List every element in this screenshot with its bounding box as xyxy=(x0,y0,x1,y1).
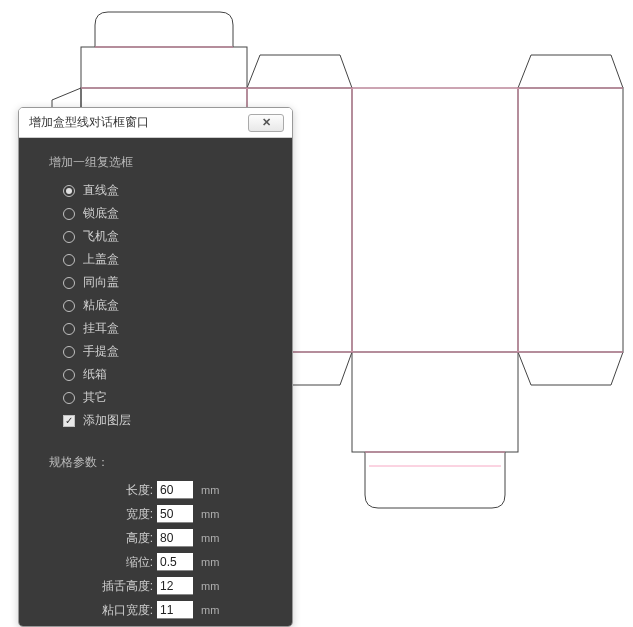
dialog-body: 增加一组复选框 直线盒 锁底盒 飞机盒 上盖盒 同向盖 粘底盒 挂耳盒 xyxy=(19,138,292,626)
param-tuck-height: 插舌高度: mm xyxy=(43,577,292,595)
radio-icon xyxy=(63,185,75,197)
option-hang-ear-box[interactable]: 挂耳盒 xyxy=(43,317,292,340)
radio-icon xyxy=(63,254,75,266)
param-label: 高度: xyxy=(43,530,153,547)
param-height: 高度: mm xyxy=(43,529,292,547)
param-unit: mm xyxy=(201,484,219,496)
spec-params-title: 规格参数： xyxy=(49,454,292,471)
option-lock-bottom-box[interactable]: 锁底盒 xyxy=(43,202,292,225)
checkbox-icon: ✓ xyxy=(63,415,75,427)
option-label: 同向盖 xyxy=(83,275,119,290)
option-same-direction-lid[interactable]: 同向盖 xyxy=(43,271,292,294)
close-button[interactable]: ✕ xyxy=(248,114,284,132)
dialog-title: 增加盒型线对话框窗口 xyxy=(29,114,149,131)
add-layer-checkbox[interactable]: ✓ 添加图层 xyxy=(43,409,292,432)
param-unit: mm xyxy=(201,580,219,592)
svg-rect-4 xyxy=(518,88,623,352)
param-label: 粘口宽度: xyxy=(43,602,153,619)
option-label: 其它 xyxy=(83,390,107,405)
option-label: 直线盒 xyxy=(83,183,119,198)
tuck-height-input[interactable] xyxy=(157,577,193,595)
param-label: 宽度: xyxy=(43,506,153,523)
param-length: 长度: mm xyxy=(43,481,292,499)
param-offset: 缩位: mm xyxy=(43,553,292,571)
param-unit: mm xyxy=(201,556,219,568)
option-handle-box[interactable]: 手提盒 xyxy=(43,340,292,363)
box-type-group-title: 增加一组复选框 xyxy=(43,154,292,171)
param-width: 宽度: mm xyxy=(43,505,292,523)
offset-input[interactable] xyxy=(157,553,193,571)
checkbox-label: 添加图层 xyxy=(83,413,131,428)
param-label: 缩位: xyxy=(43,554,153,571)
option-other[interactable]: 其它 xyxy=(43,386,292,409)
param-unit: mm xyxy=(201,604,219,616)
length-input[interactable] xyxy=(157,481,193,499)
param-unit: mm xyxy=(201,532,219,544)
option-airplane-box[interactable]: 飞机盒 xyxy=(43,225,292,248)
radio-icon xyxy=(63,300,75,312)
option-label: 锁底盒 xyxy=(83,206,119,221)
svg-rect-5 xyxy=(352,352,518,452)
glue-width-input[interactable] xyxy=(157,601,193,619)
radio-icon xyxy=(63,208,75,220)
option-top-lid-box[interactable]: 上盖盒 xyxy=(43,248,292,271)
radio-icon xyxy=(63,277,75,289)
svg-rect-0 xyxy=(81,47,247,88)
option-label: 飞机盒 xyxy=(83,229,119,244)
add-box-line-dialog: 增加盒型线对话框窗口 ✕ 增加一组复选框 直线盒 锁底盒 飞机盒 上盖盒 同向盖 xyxy=(18,107,293,627)
option-carton[interactable]: 纸箱 xyxy=(43,363,292,386)
param-label: 长度: xyxy=(43,482,153,499)
dialog-titlebar[interactable]: 增加盒型线对话框窗口 ✕ xyxy=(19,108,292,138)
param-label: 插舌高度: xyxy=(43,578,153,595)
param-unit: mm xyxy=(201,508,219,520)
svg-rect-3 xyxy=(352,88,518,352)
option-label: 手提盒 xyxy=(83,344,119,359)
option-label: 纸箱 xyxy=(83,367,107,382)
radio-icon xyxy=(63,231,75,243)
radio-icon xyxy=(63,346,75,358)
radio-icon xyxy=(63,323,75,335)
option-straight-box[interactable]: 直线盒 xyxy=(43,179,292,202)
radio-icon xyxy=(63,369,75,381)
param-glue-width: 粘口宽度: mm xyxy=(43,601,292,619)
option-glue-bottom-box[interactable]: 粘底盒 xyxy=(43,294,292,317)
option-label: 上盖盒 xyxy=(83,252,119,267)
height-input[interactable] xyxy=(157,529,193,547)
option-label: 挂耳盒 xyxy=(83,321,119,336)
close-icon: ✕ xyxy=(262,116,271,129)
option-label: 粘底盒 xyxy=(83,298,119,313)
width-input[interactable] xyxy=(157,505,193,523)
radio-icon xyxy=(63,392,75,404)
